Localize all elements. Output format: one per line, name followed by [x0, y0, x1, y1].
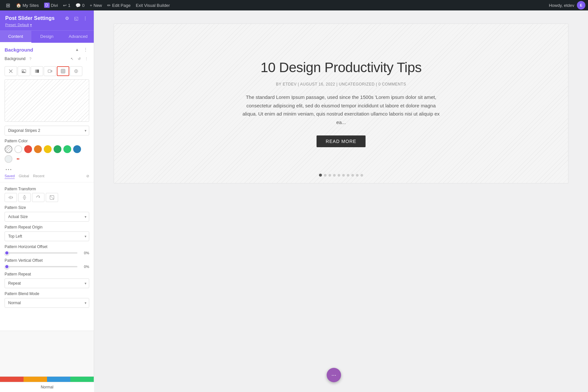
background-section-controls: ▲ ⋮ [74, 46, 89, 53]
pattern-repeat-select-wrap: Repeat [5, 278, 89, 288]
tab-advanced[interactable]: Advanced [62, 31, 94, 43]
bg-mask-btn[interactable] [70, 66, 82, 76]
bg-gradient-btn[interactable] [31, 66, 43, 76]
slide-dot-10[interactable] [361, 174, 363, 177]
messages-link[interactable]: 💬 0 [73, 0, 87, 10]
slide-dot-6[interactable] [342, 174, 345, 177]
slide-dot-8[interactable] [351, 174, 354, 177]
horizontal-offset-slider-wrap: 0% [5, 251, 89, 255]
color-swatch-red[interactable] [24, 145, 32, 153]
background-type-icons [0, 64, 94, 79]
transform-rotate-btn[interactable] [32, 193, 44, 202]
color-swatch-white[interactable] [14, 145, 22, 153]
field-more-icon[interactable]: ⋮ [83, 56, 89, 62]
pattern-blend-mode-select-wrap: Normal [5, 298, 89, 308]
pattern-blend-mode-select-row: Pattern Blend Mode Normal [0, 291, 94, 311]
exit-visual-builder-link[interactable]: Exit Visual Builder [133, 0, 173, 10]
cursor-icon[interactable]: ↖ [69, 56, 75, 62]
slide-meta: BY ETDEV | AUGUST 16, 2022 | UNCATEGORIZ… [240, 82, 442, 86]
bg-pattern-btn[interactable] [57, 66, 69, 76]
color-tabs: Saved Global Recent ⊘ [0, 174, 94, 182]
background-label-row: Background ? ↖ ↺ ⋮ [0, 56, 94, 64]
admin-bar-right: Howdy, etdev E [546, 1, 585, 9]
color-swatch-light[interactable] [5, 155, 12, 163]
slide-dot-1[interactable] [319, 174, 322, 177]
pattern-repeat-select-row: Pattern Repeat Repeat [0, 272, 94, 291]
preset-label[interactable]: Preset: Default ▾ [5, 23, 89, 27]
clear-color-icon[interactable]: ⊘ [86, 174, 89, 179]
sidebar-header-icons: ⚙ ◱ ⋮ [64, 15, 89, 22]
slide-title: 10 Design Productivity Tips [240, 60, 442, 75]
tab-content[interactable]: Content [0, 31, 31, 43]
eyedropper-icon[interactable]: ✒ [14, 155, 22, 163]
edit-page-link[interactable]: ✏ Edit Page [105, 0, 133, 10]
pattern-repeat-origin-select[interactable]: Top Left [5, 231, 89, 241]
pattern-repeat-origin-select-wrap: Top Left [5, 231, 89, 241]
color-tab-recent[interactable]: Recent [33, 174, 44, 179]
wp-logo[interactable]: ⊞ [3, 0, 13, 10]
section-more-icon[interactable]: ⋮ [82, 46, 89, 53]
comments-link[interactable]: ↩ 1 [60, 0, 73, 10]
vertical-offset-slider[interactable] [5, 266, 77, 267]
pattern-type-select[interactable]: Diagonal Stripes 2 [5, 126, 89, 135]
read-more-button[interactable]: Read More [317, 135, 366, 147]
reset-field-icon[interactable]: ↺ [76, 56, 82, 62]
floating-action-button[interactable]: ··· [327, 368, 341, 382]
pattern-blend-mode-select[interactable]: Normal [5, 298, 89, 308]
pattern-color-label: Pattern Color [0, 139, 94, 145]
sidebar-title: Post Slider Settings [5, 15, 55, 21]
bg-video-btn[interactable] [44, 66, 56, 76]
color-swatch-yellow[interactable] [44, 145, 52, 153]
horizontal-offset-slider[interactable] [5, 252, 77, 254]
transform-flip-v-btn[interactable] [18, 193, 31, 202]
edit-icon: ✏ [107, 3, 111, 8]
pattern-transform-label: Pattern Transform [0, 182, 94, 193]
bg-image-btn[interactable] [18, 66, 30, 76]
slide-dot-7[interactable] [347, 174, 350, 177]
color-swatch-green[interactable] [54, 145, 61, 153]
wordpress-icon: ⊞ [6, 2, 10, 8]
color-swatch-green2[interactable] [63, 145, 71, 153]
my-sites-link[interactable]: 🏠 My Sites [13, 0, 41, 10]
transform-buttons [0, 193, 94, 205]
more-colors-icon[interactable]: • • • [5, 165, 12, 173]
slide-dot-4[interactable] [333, 174, 336, 177]
pattern-size-select-row: Pattern Size Actual Size [0, 205, 94, 225]
settings-icon[interactable]: ⚙ [64, 15, 70, 22]
divi-link[interactable]: D Divi [41, 0, 60, 10]
transform-flip-h-btn[interactable] [5, 193, 17, 202]
pattern-size-select[interactable]: Actual Size [5, 212, 89, 222]
color-swatch-blue[interactable] [73, 145, 81, 153]
color-swatch-stripe[interactable] [5, 145, 12, 153]
new-link[interactable]: + New [87, 0, 105, 10]
svg-rect-5 [48, 70, 51, 72]
color-swatch-orange[interactable] [34, 145, 42, 153]
slide-dot-3[interactable] [329, 174, 331, 177]
background-label: Background [5, 56, 25, 61]
howdy-text: Howdy, etdev [546, 3, 577, 8]
help-icon[interactable]: ? [27, 56, 33, 62]
message-icon: 💬 [75, 3, 81, 8]
home-icon: 🏠 [16, 3, 21, 8]
slide-dot-2[interactable] [324, 174, 327, 177]
horizontal-offset-slider-row: Pattern Horizontal Offset 0% [0, 244, 94, 258]
collapse-icon[interactable]: ▲ [74, 46, 81, 53]
pattern-size-select-wrap: Actual Size [5, 212, 89, 222]
slide-dots [319, 174, 363, 177]
main-content: 10 Design Productivity Tips BY ETDEV | A… [94, 10, 588, 392]
slide-dot-5[interactable] [338, 174, 340, 177]
more-options-icon[interactable]: ⋮ [82, 15, 89, 22]
expand-icon[interactable]: ◱ [73, 15, 79, 22]
background-section: Background ▲ ⋮ Background ? ↖ ↺ ⋮ [0, 43, 94, 331]
transform-invert-btn[interactable] [46, 193, 58, 202]
color-tab-global[interactable]: Global [19, 174, 29, 179]
color-tab-saved[interactable]: Saved [5, 174, 15, 179]
color-swatches: ✒ [0, 145, 94, 165]
pattern-repeat-select[interactable]: Repeat [5, 278, 89, 288]
slide-excerpt: The standard Lorem Ipsum passage, used s… [240, 93, 442, 126]
bg-none-btn[interactable] [5, 66, 17, 76]
slide-dot-9[interactable] [356, 174, 359, 177]
avatar[interactable]: E [577, 1, 585, 9]
normal-badge: Normal [0, 382, 94, 392]
tab-design[interactable]: Design [31, 31, 63, 43]
